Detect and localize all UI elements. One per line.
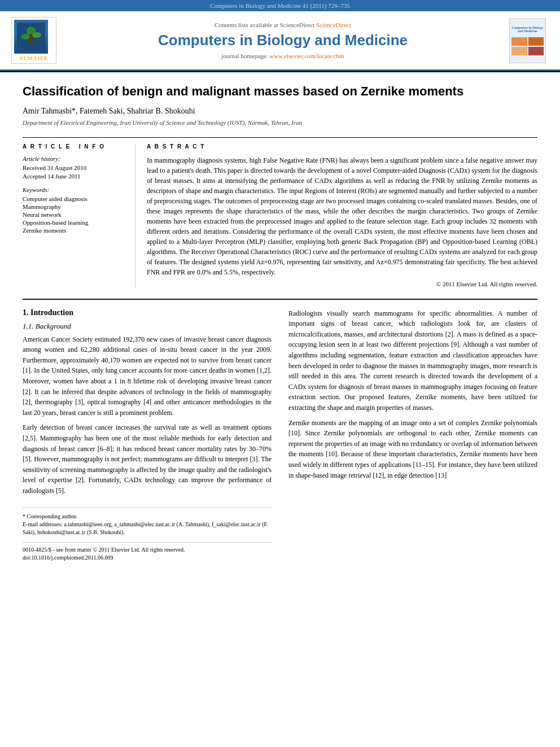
journal-title-block: Contents lists available at ScienceDirec… xyxy=(56,21,509,59)
abstract-text: In mammography diagnosis systems, high F… xyxy=(147,155,537,277)
cover-cell-2 xyxy=(528,37,544,46)
body-right-col: Radiologists visually search mammograms … xyxy=(288,308,537,562)
corresponding-note: * Corresponding author. xyxy=(23,513,272,521)
elsevier-logo-inner: ELSEVIER xyxy=(11,17,56,64)
subsection-1-1-title: 1.1. Background xyxy=(23,322,272,331)
body-section-divider xyxy=(23,299,537,300)
main-content: Classification of benign and malignant m… xyxy=(0,72,560,573)
cover-cell-1 xyxy=(511,37,527,46)
accepted-date: Accepted 14 June 2011 xyxy=(23,173,126,180)
journal-citation-bar: Computers in Biology and Medicine 41 (20… xyxy=(0,0,560,11)
article-info-col: A R T I C L E I N F O Article history: R… xyxy=(23,143,135,287)
keyword-3: Neural network xyxy=(23,211,126,218)
issn-line: 0010-4825/$ - see front matter © 2011 El… xyxy=(23,546,272,554)
svg-point-4 xyxy=(32,32,41,38)
article-metadata-block: A R T I C L E I N F O Article history: R… xyxy=(23,137,537,287)
homepage-link[interactable]: www.elsevier.com/locate/cbm xyxy=(269,53,344,59)
section-1-title: 1. Introduction xyxy=(23,308,272,317)
body-paragraph-1: American Cancer Society estimated 192,37… xyxy=(23,334,272,418)
body-paragraph-3: Radiologists visually search mammograms … xyxy=(288,308,537,413)
elsevier-tree-icon xyxy=(14,20,48,54)
cover-cell-3 xyxy=(511,47,527,55)
abstract-col: A B S T R A C T In mammography diagnosis… xyxy=(147,143,537,287)
copyright-line: © 2011 Elsevier Ltd. All rights reserved… xyxy=(147,281,537,287)
journal-citation-text: Computers in Biology and Medicine 41 (20… xyxy=(210,2,349,9)
email-note: E-mail addresses: a.tahmashi@ieee.org, a… xyxy=(23,521,272,536)
body-paragraph-2: Early detection of breast cancer increas… xyxy=(23,422,272,496)
body-paragraph-4: Zernike moments are the mapping of an im… xyxy=(288,418,537,481)
journal-cover-thumbnail: Computers in Biologyand Medicine xyxy=(509,18,549,63)
body-left-col: 1. Introduction 1.1. Background American… xyxy=(23,308,272,562)
keyword-5: Zernike moments xyxy=(23,227,126,234)
sciencedirect-line: Contents lists available at ScienceDirec… xyxy=(68,21,498,28)
page-wrapper: Computers in Biology and Medicine 41 (20… xyxy=(0,0,560,747)
journal-header: ELSEVIER Contents lists available at Sci… xyxy=(0,11,560,71)
keywords-heading: Keywords: xyxy=(23,186,126,193)
cover-image: Computers in Biologyand Medicine xyxy=(509,18,546,63)
sciencedirect-link[interactable]: ScienceDirect xyxy=(316,21,351,28)
received-date: Received 31 August 2010 xyxy=(23,164,126,171)
doi-line: doi:10.1016/j.compbiomed.2011.06.009 xyxy=(23,554,272,562)
cover-cell-4 xyxy=(528,47,544,55)
footnote-area: * Corresponding author. E-mail addresses… xyxy=(23,508,272,536)
article-title: Classification of benign and malignant m… xyxy=(23,84,537,100)
journal-homepage: journal homepage: www.elsevier.com/locat… xyxy=(68,53,498,59)
elsevier-wordmark: ELSEVIER xyxy=(14,56,54,61)
affiliation-line: Department of Electrical Engineering, Ir… xyxy=(23,119,537,126)
journal-main-title: Computers in Biology and Medicine xyxy=(68,32,498,49)
abstract-label: A B S T R A C T xyxy=(147,143,537,150)
keyword-4: Opposition-based learning xyxy=(23,219,126,226)
authors-line: Amir Tahmasbi*, Fatemeh Saki, Shahriar B… xyxy=(23,107,537,116)
article-info-label: A R T I C L E I N F O xyxy=(23,143,126,150)
history-heading: Article history: xyxy=(23,155,126,162)
keyword-2: Mammography xyxy=(23,203,126,210)
svg-point-3 xyxy=(21,34,30,40)
keyword-1: Computer aided diagnosis xyxy=(23,195,126,202)
cover-grid xyxy=(511,37,544,55)
elsevier-logo: ELSEVIER xyxy=(11,17,56,64)
body-content: 1. Introduction 1.1. Background American… xyxy=(23,308,537,562)
